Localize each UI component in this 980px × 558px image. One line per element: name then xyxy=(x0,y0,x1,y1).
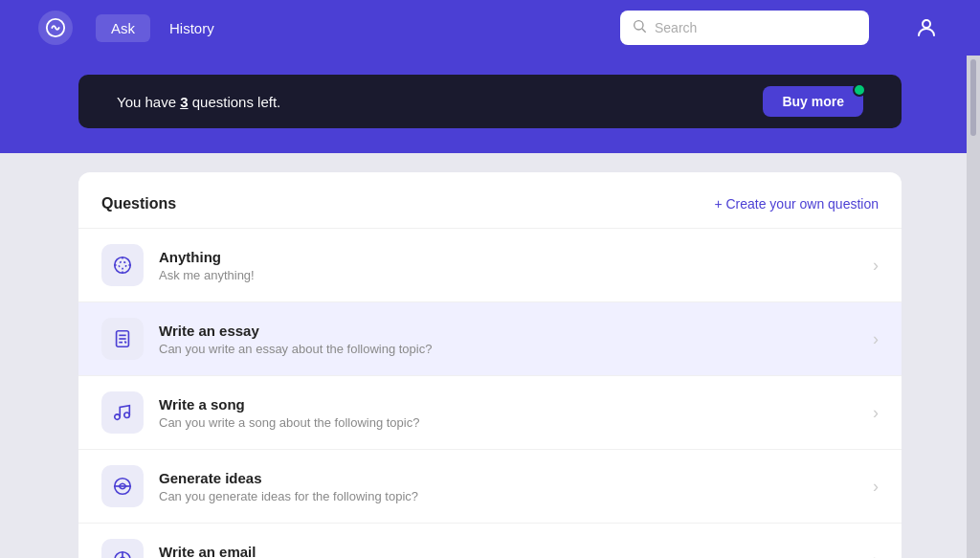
scrollbar[interactable] xyxy=(967,56,980,558)
search-wrapper xyxy=(620,11,869,45)
questions-count: 3 xyxy=(180,94,188,110)
questions-header: Questions + Create your own question xyxy=(78,195,902,228)
main-nav: Ask History xyxy=(96,14,230,42)
nav-ask[interactable]: Ask xyxy=(96,14,150,42)
anything-icon xyxy=(101,244,144,286)
chevron-icon: › xyxy=(873,550,879,559)
banner-text: You have 3 questions left. xyxy=(117,94,280,110)
chevron-icon: › xyxy=(873,403,879,423)
song-icon xyxy=(101,391,144,434)
logo[interactable] xyxy=(38,11,73,45)
search-input[interactable] xyxy=(620,11,869,45)
essay-text: Write an essay Can you write an essay ab… xyxy=(159,323,858,356)
buy-more-button[interactable]: Buy more xyxy=(763,86,863,117)
question-item-essay[interactable]: Write an essay Can you write an essay ab… xyxy=(78,301,902,375)
scrollbar-thumb[interactable] xyxy=(970,59,976,136)
create-question-link[interactable]: + Create your own question xyxy=(714,196,879,212)
email-title: Write an email xyxy=(159,544,858,559)
question-item-song[interactable]: Write a song Can you write a song about … xyxy=(78,375,902,449)
question-item-anything[interactable]: Anything Ask me anything! › xyxy=(78,228,902,301)
anything-subtitle: Ask me anything! xyxy=(159,268,858,282)
question-item-email[interactable]: Write an email Can you write a professio… xyxy=(78,523,902,558)
header: Ask History xyxy=(0,0,980,56)
chevron-icon: › xyxy=(873,477,879,497)
essay-subtitle: Can you write an essay about the followi… xyxy=(159,342,858,356)
svg-point-1 xyxy=(635,21,643,30)
banner-suffix: questions left. xyxy=(189,94,281,110)
chevron-icon: › xyxy=(873,329,879,349)
svg-point-14 xyxy=(115,414,121,420)
user-profile-icon[interactable] xyxy=(911,12,942,43)
svg-point-15 xyxy=(124,413,130,418)
questions-panel: Questions + Create your own question Any… xyxy=(78,172,902,558)
email-icon xyxy=(101,539,144,558)
email-text: Write an email Can you write a professio… xyxy=(159,544,858,559)
page-content: Questions + Create your own question Any… xyxy=(0,172,980,558)
ideas-subtitle: Can you generate ideas for the following… xyxy=(159,489,858,503)
anything-title: Anything xyxy=(159,249,858,265)
svg-point-3 xyxy=(923,20,930,28)
questions-banner: You have 3 questions left. Buy more xyxy=(78,75,902,128)
ideas-title: Generate ideas xyxy=(159,470,858,486)
song-title: Write a song xyxy=(159,396,858,413)
svg-point-4 xyxy=(119,261,125,268)
essay-icon xyxy=(101,318,144,360)
search-icon xyxy=(632,18,647,37)
essay-title: Write an essay xyxy=(159,323,858,339)
nav-history[interactable]: History xyxy=(154,14,230,42)
song-text: Write a song Can you write a song about … xyxy=(159,396,858,430)
song-subtitle: Can you write a song about the following… xyxy=(159,415,858,430)
chevron-icon: › xyxy=(873,256,879,276)
svg-point-5 xyxy=(115,257,131,274)
question-item-ideas[interactable]: Generate ideas Can you generate ideas fo… xyxy=(78,449,902,523)
questions-title: Questions xyxy=(101,195,176,212)
anything-text: Anything Ask me anything! xyxy=(159,249,858,282)
ideas-text: Generate ideas Can you generate ideas fo… xyxy=(159,470,858,503)
ideas-icon xyxy=(101,465,144,507)
svg-line-2 xyxy=(642,29,646,33)
